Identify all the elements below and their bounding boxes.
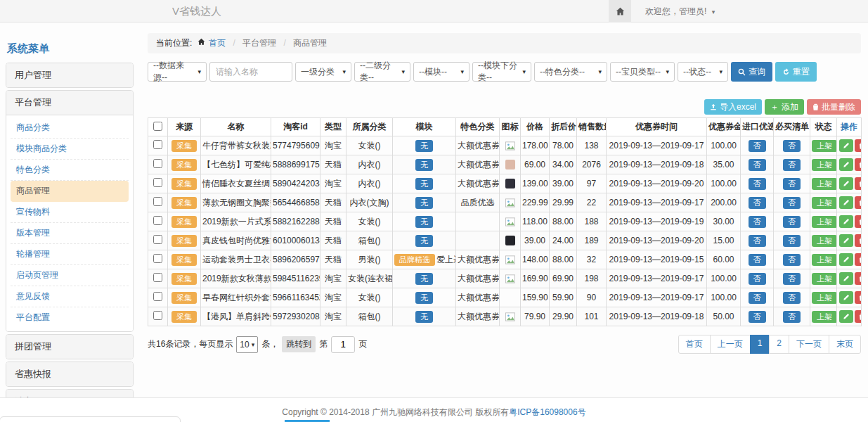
module-badge[interactable]: 无 (415, 273, 433, 285)
import-select-toggle[interactable]: 否 (749, 140, 766, 152)
pager-first[interactable]: 首页 (678, 335, 711, 354)
delete-button[interactable] (855, 158, 862, 171)
sidebar-item-user-management[interactable]: 用户管理 (6, 63, 133, 87)
row-checkbox[interactable] (153, 159, 162, 168)
delete-button[interactable] (855, 234, 862, 247)
filter-select-data-source[interactable]: --数据来源--▾ (148, 62, 207, 82)
status-toggle[interactable]: 上架 (812, 235, 837, 247)
sidebar-item-version-management[interactable]: 版本管理 (11, 223, 129, 244)
status-toggle[interactable]: 上架 (812, 311, 837, 323)
status-toggle[interactable]: 上架 (812, 178, 837, 190)
row-checkbox[interactable] (153, 216, 162, 225)
status-toggle[interactable]: 上架 (812, 292, 837, 304)
edit-button[interactable] (839, 139, 853, 152)
import-excel-button[interactable]: 导入excel (704, 99, 762, 115)
filter-select-module[interactable]: --模块--▾ (413, 62, 469, 82)
home-button[interactable] (609, 0, 631, 23)
edit-button[interactable] (839, 253, 853, 266)
must-buy-toggle[interactable]: 否 (783, 159, 801, 171)
row-checkbox[interactable] (153, 178, 162, 187)
edit-button[interactable] (839, 234, 853, 247)
status-toggle[interactable]: 上架 (812, 197, 837, 209)
pager-last[interactable]: 末页 (829, 335, 861, 354)
per-page-select[interactable]: 10▾ (236, 336, 258, 353)
batch-delete-button[interactable]: 批量删除 (807, 99, 861, 115)
filter-select-item-type[interactable]: --宝贝类型--▾ (610, 62, 675, 82)
edit-button[interactable] (839, 196, 853, 209)
import-select-toggle[interactable]: 否 (749, 178, 766, 190)
pager-next[interactable]: 下一页 (789, 335, 829, 354)
sidebar-item-platform-config[interactable]: 平台配置 (11, 307, 129, 328)
icp-link[interactable]: 粤ICP备16098006号 (509, 407, 585, 417)
delete-button[interactable] (855, 291, 862, 304)
module-badge[interactable]: 无 (415, 197, 433, 209)
must-buy-toggle[interactable]: 否 (783, 140, 801, 152)
must-buy-toggle[interactable]: 否 (783, 178, 801, 190)
sidebar-item-module-goods-category[interactable]: 模块商品分类 (11, 139, 129, 160)
delete-button[interactable] (855, 215, 862, 228)
must-buy-toggle[interactable]: 否 (783, 235, 801, 247)
sidebar-item-feature-category[interactable]: 特色分类 (11, 160, 129, 181)
status-toggle[interactable]: 上架 (812, 216, 837, 228)
module-badge[interactable]: 无 (415, 216, 433, 228)
delete-button[interactable] (855, 177, 862, 190)
row-checkbox[interactable] (153, 254, 162, 263)
page-number-input[interactable] (331, 336, 355, 353)
status-toggle[interactable]: 上架 (812, 273, 837, 285)
row-checkbox[interactable] (153, 140, 162, 149)
sidebar-item-carousel-management[interactable]: 轮播管理 (11, 244, 129, 265)
module-badge[interactable]: 无 (415, 235, 433, 247)
edit-button[interactable] (839, 291, 853, 304)
sidebar-item-promo-material[interactable]: 宣传物料 (11, 202, 129, 223)
sidebar-item-feedback[interactable]: 意见反馈 (11, 286, 129, 307)
import-select-toggle[interactable]: 否 (749, 159, 766, 171)
module-badge[interactable]: 无 (415, 140, 433, 152)
edit-button[interactable] (839, 310, 853, 323)
search-button[interactable]: 查询 (731, 62, 772, 82)
jump-to-button[interactable]: 跳转到 (282, 336, 316, 352)
module-badge[interactable]: 无 (415, 292, 433, 304)
sidebar-item-group-buy[interactable]: 拼团管理 (6, 335, 133, 359)
select-all-checkbox[interactable] (153, 122, 162, 131)
import-select-toggle[interactable]: 否 (749, 197, 766, 209)
status-toggle[interactable]: 上架 (812, 140, 837, 152)
delete-button[interactable] (855, 196, 862, 209)
edit-button[interactable] (839, 158, 853, 171)
import-select-toggle[interactable]: 否 (749, 235, 766, 247)
must-buy-toggle[interactable]: 否 (783, 311, 801, 323)
filter-select-level2-category[interactable]: --二级分类--▾ (354, 62, 410, 82)
row-checkbox[interactable] (153, 292, 162, 301)
sidebar-item-splash-management[interactable]: 启动页管理 (11, 265, 129, 286)
must-buy-toggle[interactable]: 否 (783, 254, 801, 266)
status-toggle[interactable]: 上架 (812, 159, 837, 171)
filter-select-module-subcategory[interactable]: --模块下分类--▾ (472, 62, 531, 82)
edit-button[interactable] (839, 215, 853, 228)
must-buy-toggle[interactable]: 否 (783, 216, 801, 228)
sidebar-item-express-news[interactable]: 省惠快报 (6, 362, 133, 386)
pager-prev[interactable]: 上一页 (710, 335, 751, 354)
import-select-toggle[interactable]: 否 (749, 216, 766, 228)
import-select-toggle[interactable]: 否 (749, 254, 766, 266)
status-toggle[interactable]: 上架 (812, 254, 837, 266)
filter-select-feature-category[interactable]: --特色分类--▾ (534, 62, 607, 82)
row-checkbox[interactable] (153, 197, 162, 206)
import-select-toggle[interactable]: 否 (749, 311, 766, 323)
breadcrumb-home-link[interactable]: 首页 (209, 38, 226, 48)
sidebar-item-goods-category[interactable]: 商品分类 (11, 117, 129, 139)
delete-button[interactable] (855, 272, 862, 285)
delete-button[interactable] (855, 310, 862, 323)
row-checkbox[interactable] (153, 235, 162, 244)
reset-button[interactable]: 重置 (775, 62, 817, 82)
user-menu[interactable]: 欢迎您，管理员! ▾ (645, 6, 715, 18)
name-search-input[interactable] (209, 62, 292, 82)
edit-button[interactable] (839, 272, 853, 285)
import-select-toggle[interactable]: 否 (749, 292, 766, 304)
filter-select-status[interactable]: --状态--▾ (678, 62, 728, 82)
delete-button[interactable] (855, 139, 862, 152)
module-badge[interactable]: 无 (415, 311, 433, 323)
must-buy-toggle[interactable]: 否 (783, 273, 801, 285)
delete-button[interactable] (855, 253, 862, 266)
sidebar-item-goods-management[interactable]: 商品管理 (11, 181, 129, 202)
import-select-toggle[interactable]: 否 (749, 273, 766, 285)
sidebar-item-platform-management[interactable]: 平台管理 (6, 91, 133, 115)
